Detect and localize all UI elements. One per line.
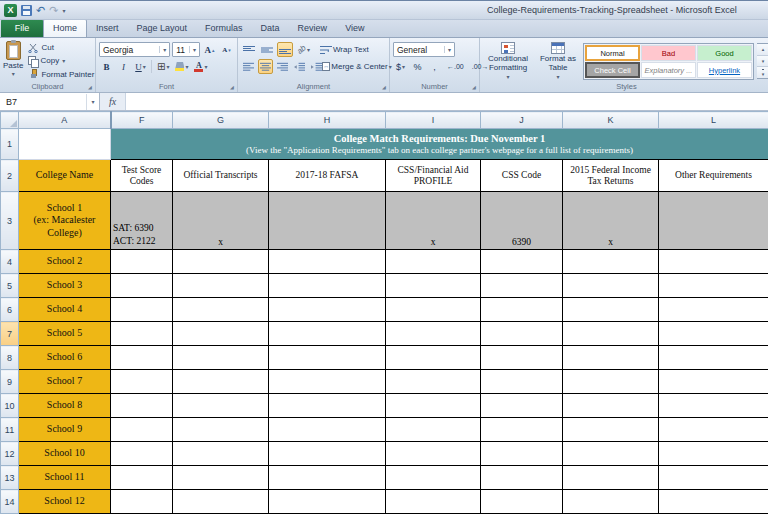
empty-cell[interactable] [111,442,173,466]
empty-cell[interactable] [173,394,269,418]
comma-style-button[interactable]: , [427,59,442,74]
empty-cell[interactable] [173,466,269,490]
row-header-13[interactable]: 13 [1,466,19,490]
empty-cell[interactable] [386,370,481,394]
row-header-14[interactable]: 14 [1,490,19,514]
header-css-code[interactable]: CSS Code [481,160,563,192]
empty-cell[interactable] [111,370,173,394]
col-header-G[interactable]: G [173,112,269,129]
empty-cell[interactable] [386,490,481,514]
wrap-text-button[interactable]: Wrap Text [318,42,371,57]
cell-school-4[interactable]: School 4 [19,298,111,322]
empty-cell[interactable] [111,466,173,490]
font-dialog-launcher-icon[interactable]: ◢ [228,84,236,91]
gallery-down-icon[interactable]: ▾ [757,56,768,68]
empty-cell[interactable] [659,418,768,442]
empty-cell[interactable] [386,322,481,346]
bold-button[interactable]: B [99,59,114,74]
borders-button[interactable]: ⊞▾ [155,59,171,74]
conditional-formatting-button[interactable]: Conditional Formatting ▾ [483,40,533,80]
empty-cell[interactable] [481,466,563,490]
empty-cell[interactable] [173,442,269,466]
empty-cell[interactable] [386,346,481,370]
empty-cell[interactable] [481,418,563,442]
empty-cell[interactable] [269,418,386,442]
tab-file[interactable]: File [1,19,43,37]
row-header-10[interactable]: 10 [1,394,19,418]
empty-cell[interactable] [269,490,386,514]
empty-cell[interactable] [173,298,269,322]
tab-page-layout[interactable]: Page Layout [128,19,197,37]
empty-cell[interactable] [481,394,563,418]
orientation-button[interactable]: ab▾ [295,42,312,57]
font-color-button[interactable]: A ▾ [192,59,209,74]
empty-cell[interactable] [386,418,481,442]
cell-school-7[interactable]: School 7 [19,370,111,394]
number-format-combobox[interactable]: General ▾ [393,42,455,57]
empty-cell[interactable] [173,322,269,346]
empty-cell[interactable] [269,370,386,394]
empty-cell[interactable] [481,490,563,514]
empty-cell[interactable] [173,418,269,442]
empty-cell[interactable] [386,466,481,490]
empty-cell[interactable] [563,346,659,370]
cell-school-6[interactable]: School 6 [19,346,111,370]
insert-function-button[interactable]: fx [100,93,126,110]
empty-cell[interactable] [563,490,659,514]
empty-cell[interactable] [173,346,269,370]
empty-cell[interactable] [111,490,173,514]
col-header-I[interactable]: I [386,112,481,129]
cell-school-12[interactable]: School 12 [19,490,111,514]
col-header-H[interactable]: H [269,112,386,129]
empty-cell[interactable] [111,274,173,298]
cell-school1-fafsa[interactable] [269,192,386,250]
empty-cell[interactable] [386,442,481,466]
empty-cell[interactable] [269,442,386,466]
cell-school1-tax-returns[interactable]: x [563,192,659,250]
empty-cell[interactable] [563,442,659,466]
decrease-indent-button[interactable] [292,59,307,74]
header-other-requirements[interactable]: Other Requirements [659,160,768,192]
tab-review[interactable]: Review [289,19,337,37]
gallery-up-icon[interactable]: ▴ [757,44,768,56]
empty-cell[interactable] [481,346,563,370]
empty-cell[interactable] [269,346,386,370]
empty-cell[interactable] [481,322,563,346]
row-header-2[interactable]: 2 [1,160,19,192]
style-check-cell[interactable]: Check Cell [585,62,640,78]
clipboard-dialog-launcher-icon[interactable]: ◢ [86,84,94,91]
empty-cell[interactable] [563,250,659,274]
cell-school-11[interactable]: School 11 [19,466,111,490]
empty-cell[interactable] [173,370,269,394]
cell-A1[interactable] [19,129,111,160]
header-fafsa[interactable]: 2017-18 FAFSA [269,160,386,192]
align-right-button[interactable] [275,59,290,74]
middle-align-button[interactable] [259,42,275,57]
gallery-more-icon[interactable]: ▾ [757,67,768,78]
empty-cell[interactable] [386,274,481,298]
empty-cell[interactable] [481,250,563,274]
fill-color-button[interactable]: ▾ [173,59,190,74]
empty-cell[interactable] [481,274,563,298]
empty-cell[interactable] [111,250,173,274]
empty-cell[interactable] [659,250,768,274]
name-box[interactable]: B7 ▾ [0,93,100,110]
banner-cell[interactable]: College Match Requirements: Due November… [111,129,768,160]
merge-center-button[interactable]: ↔ Merge & Center ▾ [328,59,386,74]
tab-view[interactable]: View [336,19,373,37]
row-header-9[interactable]: 9 [1,370,19,394]
empty-cell[interactable] [563,370,659,394]
empty-cell[interactable] [563,466,659,490]
empty-cell[interactable] [386,250,481,274]
cell-school-10[interactable]: School 10 [19,442,111,466]
redo-icon[interactable]: ↷ [49,5,58,16]
cell-school-3[interactable]: School 3 [19,274,111,298]
col-header-A[interactable]: A [19,112,111,129]
style-bad[interactable]: Bad [641,45,696,61]
underline-button[interactable]: U▾ [133,59,148,74]
style-good[interactable]: Good [697,45,752,61]
grow-font-button[interactable]: A▴ [202,42,217,57]
empty-cell[interactable] [659,442,768,466]
cell-school1-other[interactable] [659,192,768,250]
empty-cell[interactable] [563,322,659,346]
